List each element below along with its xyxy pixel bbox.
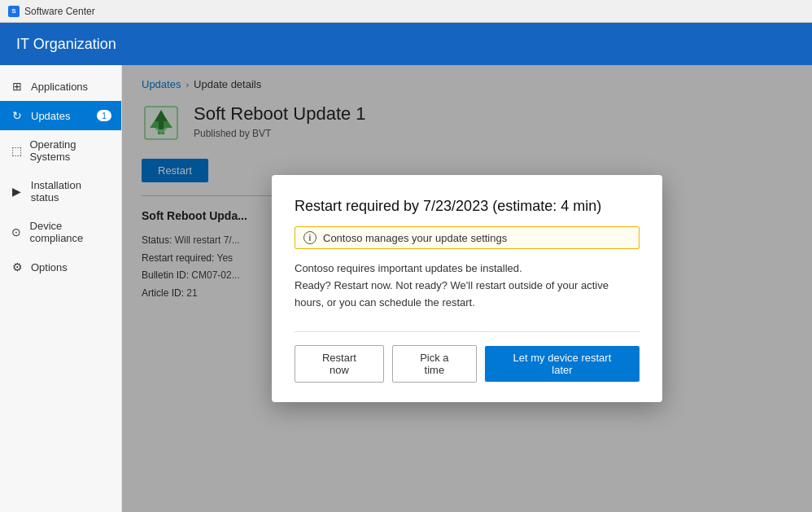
sidebar-item-os-label: Operating Systems bbox=[29, 138, 111, 163]
title-bar-text: Software Center bbox=[24, 6, 95, 17]
sidebar-item-updates-label: Updates bbox=[31, 110, 70, 122]
options-icon: ⚙ bbox=[10, 260, 24, 274]
sidebar-item-updates[interactable]: ↻ Updates 1 bbox=[0, 101, 121, 130]
sidebar-item-installation-status[interactable]: ▶ Installation status bbox=[0, 171, 121, 212]
app-icon: S bbox=[8, 6, 20, 17]
restart-now-button[interactable]: Restart now bbox=[295, 345, 384, 383]
sidebar: ⊞ Applications ↻ Updates 1 ⬚ Operating S… bbox=[0, 65, 122, 512]
updates-badge: 1 bbox=[97, 110, 111, 121]
sidebar-item-applications-label: Applications bbox=[31, 81, 88, 93]
modal-overlay: Restart required by 7/23/2023 (estimate:… bbox=[122, 65, 812, 512]
applications-icon: ⊞ bbox=[10, 80, 24, 93]
sidebar-item-compliance-label: Device compliance bbox=[30, 220, 111, 244]
modal-body-line2: Ready? Restart now. Not ready? We'll res… bbox=[295, 278, 640, 312]
info-icon: i bbox=[303, 231, 317, 244]
restart-modal: Restart required by 7/23/2023 (estimate:… bbox=[272, 175, 662, 401]
modal-body: Contoso requires important updates be in… bbox=[295, 260, 640, 311]
os-icon: ⬚ bbox=[10, 144, 23, 157]
modal-body-line1: Contoso requires important updates be in… bbox=[295, 260, 640, 278]
app-header: IT Organization bbox=[0, 23, 812, 65]
modal-divider bbox=[295, 331, 640, 332]
title-bar: S Software Center bbox=[0, 0, 812, 23]
sidebar-item-options-label: Options bbox=[31, 261, 68, 274]
updates-icon: ↻ bbox=[10, 109, 24, 122]
sidebar-item-applications[interactable]: ⊞ Applications bbox=[0, 72, 121, 101]
sidebar-item-operating-systems[interactable]: ⬚ Operating Systems bbox=[0, 130, 121, 171]
main-layout: ⊞ Applications ↻ Updates 1 ⬚ Operating S… bbox=[0, 65, 812, 512]
org-name: IT Organization bbox=[16, 36, 116, 53]
sidebar-item-device-compliance[interactable]: ⊙ Device compliance bbox=[0, 212, 121, 252]
managed-notice-text: Contoso manages your update settings bbox=[323, 232, 507, 244]
sidebar-item-options[interactable]: ⚙ Options bbox=[0, 252, 121, 282]
compliance-icon: ⊙ bbox=[10, 225, 24, 238]
restart-later-button[interactable]: Let my device restart later bbox=[485, 346, 640, 382]
modal-managed-notice: i Contoso manages your update settings bbox=[295, 226, 640, 249]
pick-time-button[interactable]: Pick a time bbox=[392, 345, 477, 383]
modal-actions: Restart now Pick a time Let my device re… bbox=[295, 345, 640, 383]
content-area: Updates › Update details Soft Reboot Upd… bbox=[122, 65, 812, 512]
install-status-icon: ▶ bbox=[10, 185, 24, 198]
sidebar-item-install-label: Installation status bbox=[31, 179, 111, 203]
modal-title: Restart required by 7/23/2023 (estimate:… bbox=[295, 198, 640, 215]
